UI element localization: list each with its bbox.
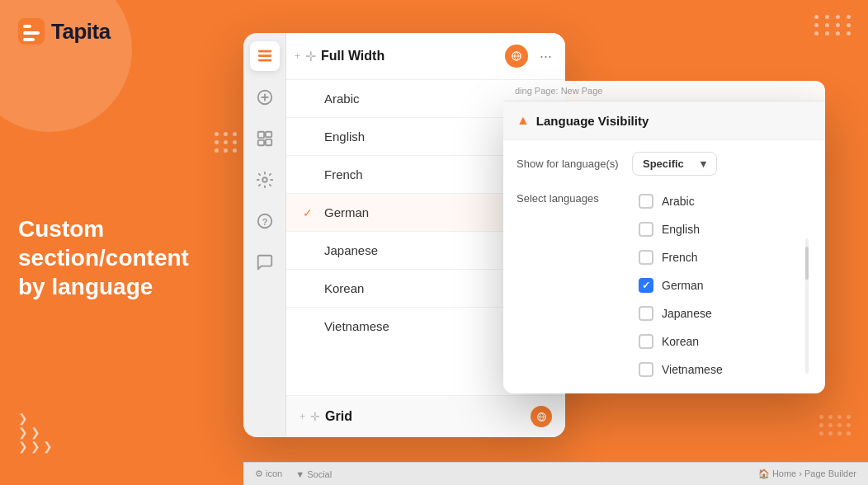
- checkbox-vietnamese[interactable]: [639, 362, 653, 377]
- lang-label-japanese: Japanese: [662, 307, 712, 320]
- bottom-breadcrumb: 🏠 Home › Page Builder: [758, 469, 856, 479]
- svg-rect-13: [265, 139, 271, 145]
- checkbox-german[interactable]: [639, 278, 653, 293]
- sidebar-icon-layers[interactable]: [250, 41, 280, 71]
- breadcrumb-text: ding Page: New Page: [515, 86, 602, 96]
- panel-header: + ✛ Full Width ···: [286, 33, 565, 80]
- checkbox-item-arabic[interactable]: Arabic: [632, 189, 809, 214]
- visibility-body: Show for language(s) Specific ▾ Select l…: [503, 140, 825, 393]
- sidebar-icon-settings[interactable]: [250, 165, 280, 195]
- globe-icon-footer[interactable]: [531, 406, 552, 427]
- lang-checkbox-list: Arabic English French German: [632, 189, 812, 382]
- logo-icon: [18, 18, 45, 45]
- hero-line3: by language: [18, 274, 153, 299]
- sidebar-icon-help[interactable]: ?: [250, 206, 280, 236]
- svg-point-14: [262, 177, 267, 182]
- sidebar-icon-chat[interactable]: [250, 247, 280, 277]
- checkbox-item-korean[interactable]: Korean: [632, 329, 809, 354]
- drag-handle-icon[interactable]: +: [295, 50, 300, 62]
- checkbox-item-japanese[interactable]: Japanese: [632, 301, 809, 326]
- dots-decoration-top: [814, 15, 853, 35]
- svg-rect-2: [23, 31, 40, 35]
- bottom-icon-label: ⚙ icon: [255, 469, 282, 479]
- lang-label-vietnamese: Vietnamese: [662, 363, 723, 376]
- svg-rect-11: [257, 140, 263, 145]
- lang-name: English: [324, 129, 365, 144]
- hero-text: Custom section/content by language: [18, 214, 216, 301]
- lang-name: Korean: [324, 281, 364, 295]
- scrollbar-track: [805, 238, 809, 374]
- checkbox-french[interactable]: [639, 250, 653, 265]
- checkbox-japanese[interactable]: [639, 306, 653, 321]
- sidebar-icon-add[interactable]: [250, 82, 280, 112]
- show-for-dropdown[interactable]: Specific ▾: [632, 152, 717, 176]
- panel-title: Full Width: [321, 49, 500, 64]
- lang-name: Vietnamese: [324, 319, 389, 333]
- svg-rect-12: [265, 132, 271, 137]
- checkmark-icon: ✓: [303, 206, 316, 219]
- visibility-panel-header: ▲ Language Visibility: [503, 101, 825, 140]
- lang-label-korean: Korean: [662, 335, 699, 348]
- dots-decoration-mid: [215, 132, 238, 153]
- move-icon[interactable]: ✛: [305, 49, 316, 64]
- footer-move-icon[interactable]: ✛: [310, 410, 320, 423]
- select-langs-row: Select languages Arabic English: [517, 189, 812, 382]
- show-for-row: Show for language(s) Specific ▾: [517, 152, 812, 176]
- lang-label-arabic: Arabic: [662, 195, 695, 208]
- lang-label-english: English: [662, 223, 700, 236]
- checkbox-korean[interactable]: [639, 334, 653, 349]
- bottom-status-bar: ⚙ icon ▼ Social 🏠 Home › Page Builder: [243, 462, 868, 485]
- logo-area: Tapita: [18, 18, 111, 45]
- footer-drag-icon[interactable]: +: [300, 411, 305, 422]
- svg-rect-1: [23, 25, 31, 28]
- lang-label-french: French: [662, 251, 698, 264]
- footer-panel-title: Grid: [325, 409, 352, 424]
- checkbox-item-vietnamese[interactable]: Vietnamese: [632, 357, 809, 382]
- panel-footer: + ✛ Grid: [286, 395, 565, 437]
- dropdown-arrow-icon: ▾: [701, 158, 706, 170]
- svg-text:?: ?: [262, 217, 267, 227]
- scrollbar-thumb[interactable]: [805, 247, 809, 280]
- visibility-title: Language Visibility: [536, 114, 649, 128]
- lang-name: Japanese: [324, 243, 378, 257]
- collapse-arrow-icon[interactable]: ▲: [517, 113, 530, 128]
- visibility-panel: ding Page: New Page ▲ Language Visibilit…: [503, 81, 825, 393]
- checkbox-english[interactable]: [639, 222, 653, 237]
- breadcrumb-bar: ding Page: New Page: [503, 81, 825, 101]
- bottom-social-label: ▼ Social: [295, 469, 332, 479]
- hero-line1: Custom: [18, 216, 104, 242]
- svg-rect-4: [257, 50, 271, 53]
- globe-icon-header[interactable]: [505, 45, 528, 68]
- checkbox-item-french[interactable]: French: [632, 245, 809, 270]
- show-for-label: Show for language(s): [517, 158, 624, 170]
- svg-rect-6: [257, 59, 271, 62]
- brand-name: Tapita: [51, 19, 111, 45]
- svg-rect-10: [257, 132, 263, 138]
- show-for-value: Specific: [643, 158, 684, 170]
- checkbox-arabic[interactable]: [639, 194, 653, 209]
- sidebar-icon-structure[interactable]: [250, 124, 280, 153]
- svg-rect-3: [23, 38, 35, 41]
- chevrons-decoration: ❯ ❯ ❯ ❯ ❯ ❯: [18, 412, 53, 452]
- checkbox-item-english[interactable]: English: [632, 217, 809, 242]
- visibility-card: ▲ Language Visibility Show for language(…: [503, 101, 825, 393]
- svg-rect-5: [257, 54, 271, 57]
- lang-name: French: [324, 167, 363, 181]
- lang-name: German: [324, 205, 369, 219]
- select-langs-label: Select languages: [517, 189, 624, 205]
- lang-label-german: German: [662, 279, 704, 292]
- lang-checkbox-container: Arabic English French German: [632, 189, 812, 382]
- hero-line2: section/content: [18, 245, 189, 271]
- checkbox-item-german[interactable]: German: [632, 273, 809, 298]
- more-options-icon[interactable]: ···: [540, 48, 552, 65]
- lang-name: Arabic: [324, 92, 360, 106]
- sidebar: ?: [243, 33, 286, 437]
- dots-decoration-bottom: [819, 415, 851, 436]
